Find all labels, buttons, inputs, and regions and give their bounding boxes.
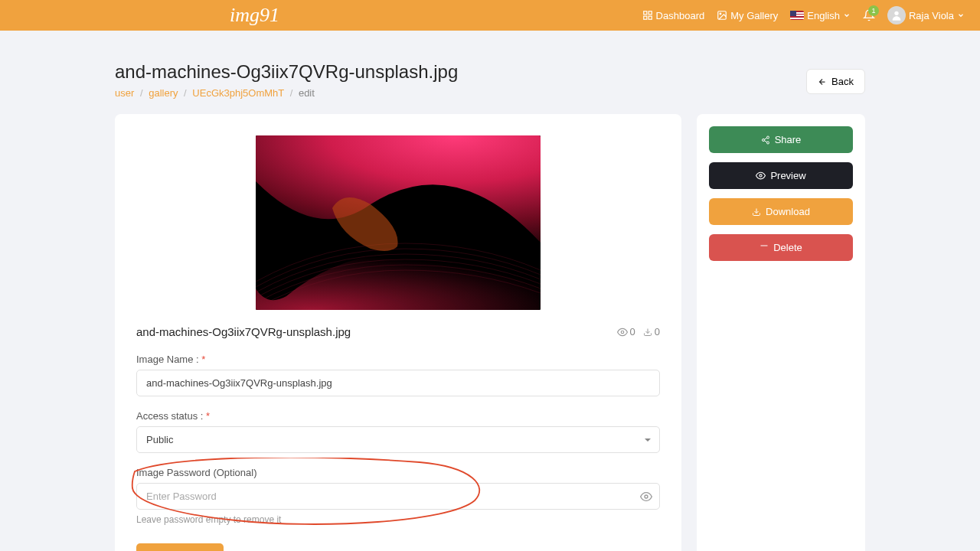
dashboard-icon (642, 10, 653, 21)
nav-gallery-label: My Gallery (730, 10, 778, 21)
svg-point-5 (720, 13, 721, 15)
eye-icon (756, 171, 766, 181)
svg-point-6 (894, 11, 898, 15)
preview-label: Preview (770, 170, 805, 181)
download-icon (752, 207, 761, 217)
main-card: and-machines-Og3iix7QVRg-unsplash.jpg 0 … (115, 114, 681, 551)
delete-button[interactable]: Delete (709, 234, 853, 261)
back-label: Back (831, 76, 854, 87)
language-selector[interactable]: English (790, 10, 851, 21)
breadcrumb: user / gallery / UEcGk3phj5OmMhT / edit (115, 87, 458, 99)
language-label: English (807, 10, 840, 21)
notifications-button[interactable]: 1 (863, 9, 875, 21)
share-button[interactable]: Share (709, 126, 853, 153)
trash-icon (760, 243, 769, 253)
nav-gallery[interactable]: My Gallery (717, 10, 778, 21)
image-name: and-machines-Og3iix7QVRg-unsplash.jpg (136, 325, 351, 338)
svg-rect-1 (648, 11, 652, 15)
svg-point-13 (760, 174, 762, 177)
svg-rect-3 (648, 16, 652, 19)
download-button[interactable]: Download (709, 198, 853, 225)
page-title: and-machines-Og3iix7QVRg-unsplash.jpg (115, 61, 458, 83)
breadcrumb-id[interactable]: UEcGk3phj5OmMhT (192, 87, 284, 99)
eye-icon (640, 491, 652, 503)
gallery-icon (717, 10, 727, 21)
toggle-password-button[interactable] (640, 491, 652, 503)
top-header: img91 Dashboard My Gallery English 1 (0, 0, 980, 31)
nav-dashboard[interactable]: Dashboard (642, 10, 705, 21)
share-label: Share (775, 134, 802, 145)
breadcrumb-current: edit (299, 87, 315, 99)
image-name-label: Image Name : * (136, 354, 660, 365)
password-hint: Leave password empty to remove it (136, 514, 660, 525)
download-icon (643, 328, 652, 337)
breadcrumb-gallery[interactable]: gallery (149, 87, 178, 99)
flag-us-icon (790, 11, 804, 20)
views-count: 0 (630, 326, 635, 337)
svg-point-9 (645, 495, 648, 498)
downloads-stat: 0 (643, 326, 660, 337)
user-name-label: Raja Viola (909, 10, 954, 21)
chevron-down-icon (957, 11, 965, 19)
svg-point-8 (621, 331, 624, 334)
nav-dashboard-label: Dashboard (656, 10, 705, 21)
notification-badge: 1 (868, 5, 879, 16)
back-button[interactable]: Back (806, 69, 865, 94)
share-icon (761, 135, 770, 145)
access-status-select[interactable]: Public (136, 426, 660, 453)
arrow-left-icon (818, 77, 827, 86)
preview-button[interactable]: Preview (709, 162, 853, 189)
download-label: Download (766, 206, 810, 217)
chevron-down-icon (843, 11, 851, 19)
delete-label: Delete (773, 242, 802, 253)
eye-icon (617, 327, 628, 337)
avatar (887, 6, 906, 24)
downloads-count: 0 (655, 326, 660, 337)
svg-rect-0 (643, 11, 646, 15)
logo[interactable]: img91 (230, 4, 279, 27)
password-label: Image Password (Optional) (136, 467, 660, 478)
password-input[interactable] (136, 483, 660, 510)
image-preview (256, 135, 541, 310)
views-stat: 0 (617, 326, 635, 337)
svg-point-10 (766, 136, 769, 139)
save-changes-button[interactable]: Save changes (136, 543, 224, 551)
image-name-input[interactable] (136, 370, 660, 396)
breadcrumb-user[interactable]: user (115, 87, 134, 99)
access-status-label: Access status : * (136, 410, 660, 422)
svg-point-11 (762, 139, 764, 141)
svg-rect-2 (643, 16, 646, 19)
svg-point-12 (766, 142, 769, 144)
side-card: Share Preview Download Delete (697, 114, 865, 551)
user-menu[interactable]: Raja Viola (887, 6, 965, 24)
